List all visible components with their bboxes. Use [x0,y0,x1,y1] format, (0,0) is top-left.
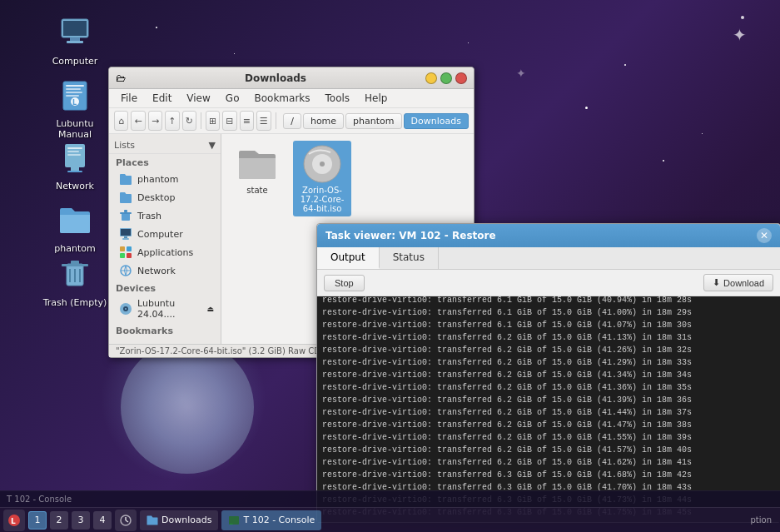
tab-output[interactable]: Output [317,247,380,269]
file-item-state[interactable]: state [228,141,286,216]
taskbar-folder-icon [147,515,158,525]
sidebar-item-trash[interactable]: Trash [109,206,221,225]
svg-rect-15 [71,167,79,171]
desktop-icon-computer[interactable]: Computer [42,12,108,67]
console-status-text: T 102 - Console [7,495,72,504]
workspace-2[interactable]: 2 [50,511,68,530]
state-folder-icon [237,144,277,184]
svg-rect-13 [67,151,79,152]
menu-bookmarks[interactable]: Bookmarks [247,91,316,106]
desktop-icon-trash[interactable]: Trash (Empty) [42,254,108,308]
svg-rect-24 [120,212,132,214]
output-line: restore-drive-virtio0: transferred 6.2 G… [322,406,775,419]
download-button[interactable]: ⬇ Download [703,274,773,291]
path-downloads[interactable]: Downloads [404,113,469,129]
menu-view[interactable]: View [180,91,216,106]
output-line: restore-drive-virtio0: transferred 6.1 G… [322,319,775,331]
path-root[interactable]: / [283,113,301,129]
desktop-icon-phantom[interactable]: phantom [42,200,108,254]
toolbar-back[interactable]: ← [131,111,145,131]
taskbar: L 1 2 3 4 Downloads _ T 102 - Consol [0,507,780,532]
close-button[interactable] [455,72,467,84]
minimize-button[interactable] [425,72,437,84]
sidebar-item-phantom[interactable]: phantom [109,170,221,188]
svg-text:L: L [11,517,16,525]
svg-rect-5 [66,85,84,87]
file-item-zorin-iso[interactable]: Zorin-OS-17.2-Core-64-bit.iso [293,141,351,216]
menu-go[interactable]: Go [219,91,246,106]
toolbar-view-icons[interactable]: ⊞ [206,111,220,131]
toolbar-forward[interactable]: → [148,111,162,131]
task-viewer-close-button[interactable]: ✕ [757,228,772,243]
svg-rect-32 [120,253,125,258]
toolbar-up[interactable]: ↑ [165,111,179,131]
svg-rect-2 [70,37,80,41]
maximize-button[interactable] [440,72,452,84]
svg-rect-14 [67,154,81,156]
task-viewer-titlebar: Task viewer: VM 102 - Restore ✕ [317,224,780,247]
toolbar-view-detail[interactable]: ☰ [256,111,271,131]
tab-status[interactable]: Status [380,247,439,269]
menu-tools[interactable]: Tools [319,91,357,106]
taskbar-status-text: ption [745,515,777,525]
stop-button[interactable]: Stop [324,275,365,291]
output-line: restore-drive-virtio0: transferred 6.1 G… [322,306,775,319]
workspace-3[interactable]: 3 [72,511,90,530]
lists-dropdown[interactable]: Lists ▼ [109,137,221,154]
sidebar-item-lubuntu[interactable]: Lubuntu 24.04.... ⏏ [109,296,221,322]
menu-file[interactable]: File [114,91,144,106]
svg-rect-7 [66,92,82,93]
state-label: state [246,186,267,195]
task-viewer-output[interactable]: restore-drive-virtio0: transferred 6.0 G… [317,296,780,522]
desktop: ✦ ✦ Computer L [0,0,780,532]
devices-section-label: Devices [109,280,221,296]
file-manager-toolbar: ⌂ ← → ↑ ↻ ⊞ ⊟ ≡ ☰ / home phantom Downloa… [109,108,474,134]
menu-help[interactable]: Help [358,91,394,106]
desktop-icon-lubuntu-manual[interactable]: L Lubuntu Manual [42,75,108,140]
task-viewer-toolbar: Stop ⬇ Download [317,270,780,296]
svg-rect-1 [63,21,87,36]
bookmarks-section-label: Bookmarks [109,322,221,338]
sidebar-trash-label: Trash [137,211,161,221]
file-manager-title: Downloads [126,72,425,84]
sidebar-item-desktop[interactable]: Desktop [109,188,221,206]
toolbar-home[interactable]: ⌂ [114,111,128,131]
sidebar-computer-label: Computer [137,229,183,240]
sidebar-item-applications[interactable]: Applications [109,243,221,261]
workspace-4[interactable]: 4 [93,511,112,530]
toolbar-view-compact[interactable]: ⊟ [222,111,236,131]
toolbar-refresh[interactable]: ↻ [182,111,196,131]
taskbar-clock-icon[interactable] [115,510,137,531]
svg-rect-33 [127,253,132,258]
computer-small-icon [119,227,132,241]
path-phantom[interactable]: phantom [345,113,401,129]
toolbar-view-list[interactable]: ≡ [240,111,254,131]
taskbar-vm102-app[interactable]: _ T 102 - Console [221,510,321,530]
desktop-icon-network[interactable]: Network [42,137,108,191]
taskbar-terminal-icon: _ [228,515,240,525]
output-line: restore-drive-virtio0: transferred 6.2 G… [322,444,775,456]
svg-rect-19 [71,261,79,265]
svg-rect-30 [120,246,125,251]
svg-rect-16 [67,171,82,172]
sidebar-phantom-label: phantom [137,174,178,185]
output-line: restore-drive-virtio0: transferred 6.2 G… [322,381,775,394]
workspace-1[interactable]: 1 [28,511,47,530]
svg-text:_: _ [230,518,233,525]
download-icon: ⬇ [713,277,720,288]
output-line: restore-drive-virtio0: transferred 6.1 G… [322,296,775,306]
sidebar-applications-label: Applications [137,247,193,258]
fm-controls [425,72,467,84]
output-line: restore-drive-virtio0: transferred 6.2 G… [322,356,775,369]
phantom-folder-small-icon [119,172,132,186]
zorin-iso-label: Zorin-OS-17.2-Core-64-bit.iso [296,186,348,213]
path-home[interactable]: home [303,113,344,129]
menu-edit[interactable]: Edit [146,91,178,106]
sidebar-item-network[interactable]: Network [109,261,221,280]
sidebar-item-computer[interactable]: Computer [109,225,221,243]
taskbar-file-manager-app[interactable]: Downloads [140,510,218,530]
task-viewer-tabs: Output Status [317,247,780,270]
taskbar-menu-button[interactable]: L [3,510,25,531]
eject-icon[interactable]: ⏏ [206,305,214,313]
svg-rect-25 [124,210,127,212]
